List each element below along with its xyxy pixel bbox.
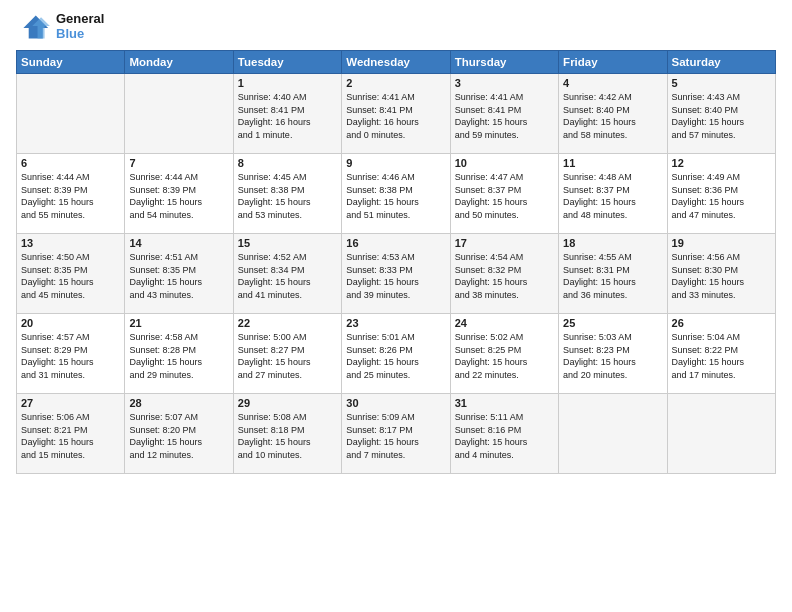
weekday-header-sunday: Sunday: [17, 51, 125, 74]
logo-text: General Blue: [56, 12, 104, 42]
day-number: 20: [21, 317, 120, 329]
day-info: Sunrise: 5:11 AM Sunset: 8:16 PM Dayligh…: [455, 411, 554, 461]
day-info: Sunrise: 5:08 AM Sunset: 8:18 PM Dayligh…: [238, 411, 337, 461]
calendar-week-row: 6Sunrise: 4:44 AM Sunset: 8:39 PM Daylig…: [17, 154, 776, 234]
calendar-cell: 2Sunrise: 4:41 AM Sunset: 8:41 PM Daylig…: [342, 74, 450, 154]
day-info: Sunrise: 4:46 AM Sunset: 8:38 PM Dayligh…: [346, 171, 445, 221]
calendar-cell: 4Sunrise: 4:42 AM Sunset: 8:40 PM Daylig…: [559, 74, 667, 154]
day-number: 24: [455, 317, 554, 329]
day-info: Sunrise: 4:41 AM Sunset: 8:41 PM Dayligh…: [346, 91, 445, 141]
day-number: 10: [455, 157, 554, 169]
day-number: 27: [21, 397, 120, 409]
calendar-cell: 1Sunrise: 4:40 AM Sunset: 8:41 PM Daylig…: [233, 74, 341, 154]
calendar-cell: 23Sunrise: 5:01 AM Sunset: 8:26 PM Dayli…: [342, 314, 450, 394]
calendar-table: SundayMondayTuesdayWednesdayThursdayFrid…: [16, 50, 776, 474]
day-info: Sunrise: 4:49 AM Sunset: 8:36 PM Dayligh…: [672, 171, 771, 221]
day-info: Sunrise: 4:40 AM Sunset: 8:41 PM Dayligh…: [238, 91, 337, 141]
weekday-header-friday: Friday: [559, 51, 667, 74]
calendar-cell: 10Sunrise: 4:47 AM Sunset: 8:37 PM Dayli…: [450, 154, 558, 234]
day-info: Sunrise: 5:00 AM Sunset: 8:27 PM Dayligh…: [238, 331, 337, 381]
day-info: Sunrise: 4:54 AM Sunset: 8:32 PM Dayligh…: [455, 251, 554, 301]
day-info: Sunrise: 4:42 AM Sunset: 8:40 PM Dayligh…: [563, 91, 662, 141]
calendar-cell: 31Sunrise: 5:11 AM Sunset: 8:16 PM Dayli…: [450, 394, 558, 474]
day-number: 5: [672, 77, 771, 89]
day-info: Sunrise: 4:47 AM Sunset: 8:37 PM Dayligh…: [455, 171, 554, 221]
calendar-cell: [17, 74, 125, 154]
calendar-cell: 7Sunrise: 4:44 AM Sunset: 8:39 PM Daylig…: [125, 154, 233, 234]
day-number: 9: [346, 157, 445, 169]
weekday-header-wednesday: Wednesday: [342, 51, 450, 74]
calendar-cell: [667, 394, 775, 474]
calendar-cell: 11Sunrise: 4:48 AM Sunset: 8:37 PM Dayli…: [559, 154, 667, 234]
calendar-week-row: 27Sunrise: 5:06 AM Sunset: 8:21 PM Dayli…: [17, 394, 776, 474]
calendar-cell: 9Sunrise: 4:46 AM Sunset: 8:38 PM Daylig…: [342, 154, 450, 234]
calendar-week-row: 13Sunrise: 4:50 AM Sunset: 8:35 PM Dayli…: [17, 234, 776, 314]
calendar-cell: 14Sunrise: 4:51 AM Sunset: 8:35 PM Dayli…: [125, 234, 233, 314]
calendar-cell: 27Sunrise: 5:06 AM Sunset: 8:21 PM Dayli…: [17, 394, 125, 474]
day-number: 19: [672, 237, 771, 249]
day-number: 29: [238, 397, 337, 409]
page: General Blue SundayMondayTuesdayWednesda…: [0, 0, 792, 484]
weekday-header-thursday: Thursday: [450, 51, 558, 74]
calendar-week-row: 1Sunrise: 4:40 AM Sunset: 8:41 PM Daylig…: [17, 74, 776, 154]
calendar-cell: 29Sunrise: 5:08 AM Sunset: 8:18 PM Dayli…: [233, 394, 341, 474]
calendar-cell: 6Sunrise: 4:44 AM Sunset: 8:39 PM Daylig…: [17, 154, 125, 234]
day-info: Sunrise: 4:44 AM Sunset: 8:39 PM Dayligh…: [129, 171, 228, 221]
weekday-header-monday: Monday: [125, 51, 233, 74]
header: General Blue: [16, 12, 776, 42]
day-info: Sunrise: 4:44 AM Sunset: 8:39 PM Dayligh…: [21, 171, 120, 221]
day-info: Sunrise: 4:57 AM Sunset: 8:29 PM Dayligh…: [21, 331, 120, 381]
day-number: 16: [346, 237, 445, 249]
day-info: Sunrise: 4:50 AM Sunset: 8:35 PM Dayligh…: [21, 251, 120, 301]
calendar-cell: 22Sunrise: 5:00 AM Sunset: 8:27 PM Dayli…: [233, 314, 341, 394]
day-number: 22: [238, 317, 337, 329]
weekday-header-tuesday: Tuesday: [233, 51, 341, 74]
day-number: 15: [238, 237, 337, 249]
day-info: Sunrise: 5:06 AM Sunset: 8:21 PM Dayligh…: [21, 411, 120, 461]
calendar-cell: [125, 74, 233, 154]
day-number: 8: [238, 157, 337, 169]
day-info: Sunrise: 5:03 AM Sunset: 8:23 PM Dayligh…: [563, 331, 662, 381]
day-info: Sunrise: 5:07 AM Sunset: 8:20 PM Dayligh…: [129, 411, 228, 461]
day-number: 12: [672, 157, 771, 169]
day-number: 30: [346, 397, 445, 409]
calendar-cell: 3Sunrise: 4:41 AM Sunset: 8:41 PM Daylig…: [450, 74, 558, 154]
day-number: 21: [129, 317, 228, 329]
day-info: Sunrise: 4:41 AM Sunset: 8:41 PM Dayligh…: [455, 91, 554, 141]
day-number: 14: [129, 237, 228, 249]
weekday-header-saturday: Saturday: [667, 51, 775, 74]
day-number: 25: [563, 317, 662, 329]
calendar-cell: 5Sunrise: 4:43 AM Sunset: 8:40 PM Daylig…: [667, 74, 775, 154]
day-number: 3: [455, 77, 554, 89]
calendar-cell: 17Sunrise: 4:54 AM Sunset: 8:32 PM Dayli…: [450, 234, 558, 314]
calendar-cell: 26Sunrise: 5:04 AM Sunset: 8:22 PM Dayli…: [667, 314, 775, 394]
calendar-cell: 8Sunrise: 4:45 AM Sunset: 8:38 PM Daylig…: [233, 154, 341, 234]
calendar-cell: 20Sunrise: 4:57 AM Sunset: 8:29 PM Dayli…: [17, 314, 125, 394]
calendar-cell: 28Sunrise: 5:07 AM Sunset: 8:20 PM Dayli…: [125, 394, 233, 474]
day-info: Sunrise: 4:55 AM Sunset: 8:31 PM Dayligh…: [563, 251, 662, 301]
logo-icon: [16, 12, 52, 42]
weekday-header-row: SundayMondayTuesdayWednesdayThursdayFrid…: [17, 51, 776, 74]
day-number: 2: [346, 77, 445, 89]
day-info: Sunrise: 4:53 AM Sunset: 8:33 PM Dayligh…: [346, 251, 445, 301]
calendar-cell: 12Sunrise: 4:49 AM Sunset: 8:36 PM Dayli…: [667, 154, 775, 234]
calendar-week-row: 20Sunrise: 4:57 AM Sunset: 8:29 PM Dayli…: [17, 314, 776, 394]
day-number: 7: [129, 157, 228, 169]
day-number: 13: [21, 237, 120, 249]
logo: General Blue: [16, 12, 104, 42]
calendar-cell: 18Sunrise: 4:55 AM Sunset: 8:31 PM Dayli…: [559, 234, 667, 314]
calendar-cell: 25Sunrise: 5:03 AM Sunset: 8:23 PM Dayli…: [559, 314, 667, 394]
calendar-cell: 30Sunrise: 5:09 AM Sunset: 8:17 PM Dayli…: [342, 394, 450, 474]
day-info: Sunrise: 4:43 AM Sunset: 8:40 PM Dayligh…: [672, 91, 771, 141]
day-info: Sunrise: 5:01 AM Sunset: 8:26 PM Dayligh…: [346, 331, 445, 381]
day-number: 23: [346, 317, 445, 329]
day-info: Sunrise: 4:58 AM Sunset: 8:28 PM Dayligh…: [129, 331, 228, 381]
day-number: 1: [238, 77, 337, 89]
day-info: Sunrise: 4:51 AM Sunset: 8:35 PM Dayligh…: [129, 251, 228, 301]
day-info: Sunrise: 5:02 AM Sunset: 8:25 PM Dayligh…: [455, 331, 554, 381]
day-info: Sunrise: 5:09 AM Sunset: 8:17 PM Dayligh…: [346, 411, 445, 461]
day-info: Sunrise: 4:56 AM Sunset: 8:30 PM Dayligh…: [672, 251, 771, 301]
day-info: Sunrise: 4:48 AM Sunset: 8:37 PM Dayligh…: [563, 171, 662, 221]
calendar-cell: 24Sunrise: 5:02 AM Sunset: 8:25 PM Dayli…: [450, 314, 558, 394]
day-info: Sunrise: 4:52 AM Sunset: 8:34 PM Dayligh…: [238, 251, 337, 301]
